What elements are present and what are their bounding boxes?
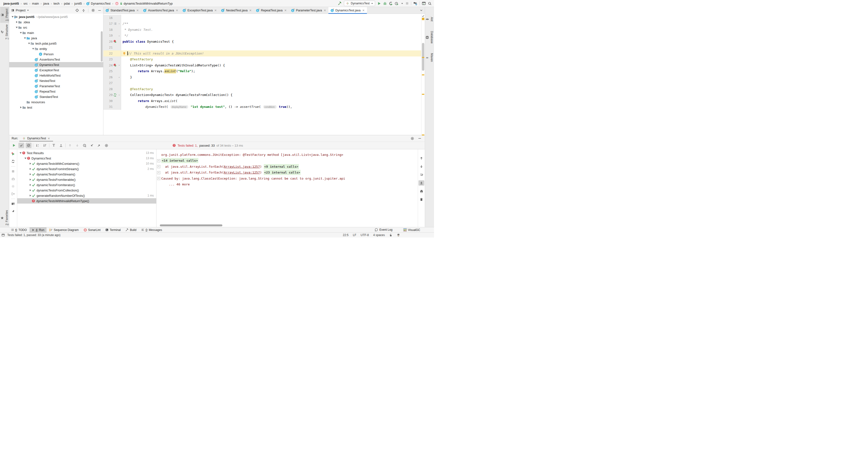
tree-item-test[interactable]: test: [9, 105, 103, 110]
tree-item-standardtest[interactable]: CStandardTest: [9, 94, 103, 99]
project-scrollbar-thumb[interactable]: [101, 31, 103, 62]
tree-item-java[interactable]: java: [9, 35, 103, 41]
close-icon[interactable]: ✕: [136, 9, 139, 12]
tree-item-java-junit5[interactable]: java-junit5~/pdai/www/java-junit5: [9, 14, 103, 20]
run-button[interactable]: [377, 2, 381, 5]
profiler-button[interactable]: [395, 2, 399, 5]
breadcrumb-item[interactable]: CDynamicsTest: [86, 2, 111, 5]
chevron-expanded-icon[interactable]: [11, 16, 14, 18]
test-node-dynamictestswithcontainers[interactable]: dynamicTestsWithContainers()10 ms: [17, 161, 156, 166]
toolwindow-tab-run[interactable]: 4: Run: [30, 227, 46, 232]
chevron-collapsed-icon[interactable]: [29, 162, 31, 165]
toolwindow-tab-build[interactable]: Build: [123, 227, 138, 232]
close-icon[interactable]: ✕: [284, 9, 287, 12]
run-anything-button[interactable]: [422, 1, 426, 5]
code-line-24[interactable]: 24▾ List<String> dynamicTestsWithInvalid…: [103, 62, 421, 68]
collapse-all-button[interactable]: [82, 9, 85, 12]
next-occurrence-button[interactable]: [418, 164, 424, 169]
expand-all-button[interactable]: [51, 143, 57, 148]
show-ignored-toggle[interactable]: [26, 143, 31, 148]
console-layout-button[interactable]: [10, 201, 16, 206]
soft-wrap-button[interactable]: [418, 172, 424, 177]
tree-item-main[interactable]: main: [9, 30, 103, 35]
rerun-button[interactable]: [11, 143, 17, 148]
editor-tab-nestedtest-java[interactable]: CNestedTest.java✕: [219, 7, 254, 13]
tree-item-helloworldtest[interactable]: CHelloWorldTest: [9, 73, 103, 78]
tool-stripe-favorites[interactable]: 2: Favorites: [0, 208, 9, 227]
chevron-collapsed-icon[interactable]: [29, 189, 31, 191]
import-tests-button[interactable]: [89, 143, 95, 148]
snapshot-camera-button[interactable]: [10, 176, 16, 181]
chevron-expanded-icon[interactable]: [16, 26, 18, 29]
fold-marker[interactable]: ▴: [118, 34, 121, 37]
chevron-down-icon[interactable]: [420, 9, 423, 12]
project-view-title[interactable]: Project: [16, 8, 25, 12]
tree-item-exceptiontest[interactable]: CExceptionTest: [9, 67, 103, 73]
tree-item-repeattest[interactable]: CRepeatTest: [9, 89, 103, 94]
marker-tick[interactable]: [422, 75, 424, 76]
editor-tab-standardtest-java[interactable]: CStandardTest.java✕: [103, 7, 141, 13]
test-node-dynamictestsfromiterable[interactable]: dynamicTestsFromIterable(): [17, 177, 156, 182]
code-line-20[interactable]: 20public class DynamicsTest {: [103, 38, 421, 44]
tree-item-tech.pdai.junit5[interactable]: tech.pdai.junit5: [9, 41, 103, 46]
run-configuration-select[interactable]: DynamicsTest: [344, 1, 375, 6]
breadcrumb-item[interactable]: java-junit5: [3, 2, 19, 5]
code-line-19[interactable]: 19▴ */: [103, 33, 421, 39]
hide-panel-button[interactable]: [418, 137, 422, 140]
tool-stripe-structure[interactable]: 7: Structure: [0, 23, 9, 41]
pin-tab-button[interactable]: [10, 209, 16, 214]
profiler-caret-icon[interactable]: [401, 2, 403, 5]
code-editor[interactable]: 1617▾/**18 * Dynamic Test.19▴ */20public…: [103, 14, 421, 135]
code-line-26[interactable]: 26▴ }: [103, 74, 421, 80]
close-icon[interactable]: ✕: [48, 137, 50, 140]
test-history-button[interactable]: [82, 143, 87, 148]
fold-marker[interactable]: ▴: [118, 76, 121, 78]
project-structure-button[interactable]: [413, 1, 417, 5]
tree-item-assertionstest[interactable]: CAssertionsTest: [9, 57, 103, 62]
close-icon[interactable]: ✕: [362, 9, 365, 12]
editor-tab-exceptiontest-java[interactable]: CExceptionTest.java✕: [180, 7, 219, 13]
code-line-25[interactable]: 25 return Arrays.asList("Hello");: [103, 68, 421, 75]
test-node-dynamictestsfromcollection[interactable]: dynamicTestsFromCollection(): [17, 187, 156, 193]
code-line-31[interactable]: 31 dynamicTest( displayName: "1st dynami…: [103, 104, 421, 110]
close-icon[interactable]: ✕: [324, 9, 326, 12]
editor-tab-dynamicstest-java[interactable]: CDynamicsTest.java✕: [329, 7, 367, 13]
breadcrumb-item[interactable]: pdai: [64, 2, 70, 5]
close-icon[interactable]: ✕: [249, 9, 252, 12]
breadcrumb-item[interactable]: java: [43, 2, 49, 5]
tool-stripe-maven[interactable]: mMaven: [425, 51, 434, 63]
hide-panel-button[interactable]: [98, 9, 101, 12]
code-line-28[interactable]: 28 @TestFactory: [103, 86, 421, 92]
code-line-21[interactable]: 21: [103, 44, 421, 51]
chevron-collapsed-icon[interactable]: [16, 21, 18, 23]
breadcrumb-item[interactable]: mdynamicTestsWithInvalidReturnTyp: [115, 2, 173, 5]
chevron-expanded-icon[interactable]: [28, 42, 30, 44]
console-hscrollbar-thumb[interactable]: [160, 225, 222, 226]
previous-failed-test-button[interactable]: [67, 143, 73, 148]
close-icon[interactable]: ✕: [214, 9, 217, 12]
test-node-generaterandomnumberoftests[interactable]: generateRandomNumberOfTests()1 ms: [17, 193, 156, 198]
lock-open-icon[interactable]: [389, 234, 392, 237]
exit-button[interactable]: [10, 191, 16, 197]
marker-tick[interactable]: [422, 57, 424, 58]
tree-item-nestedtest[interactable]: CNestedTest: [9, 78, 103, 83]
test-node-dynamictestsfromintstream[interactable]: dynamicTestsFromIntStream()2 ms: [17, 166, 156, 172]
editor-marker-bar[interactable]: [421, 14, 425, 135]
coverage-button[interactable]: [389, 2, 393, 5]
intention-bulb-icon[interactable]: [123, 52, 126, 55]
search-everywhere-button[interactable]: [428, 2, 432, 5]
code-line-23[interactable]: 23 @TestFactory: [103, 56, 421, 62]
toolwindow-tab-terminal[interactable]: Terminal: [103, 227, 123, 232]
collapse-all-button[interactable]: [58, 143, 64, 148]
caret-position[interactable]: 22:5: [343, 233, 348, 237]
hector-inspector-icon[interactable]: [397, 233, 400, 237]
toolwindow-tab-event-log[interactable]: Event Log: [372, 228, 395, 232]
code-line-17[interactable]: 17▾/**: [103, 21, 421, 27]
file-encoding[interactable]: UTF-8: [361, 233, 369, 237]
test-node-dynamicstest[interactable]: DynamicsTest13 ms: [17, 156, 156, 161]
code-line-27[interactable]: 27: [103, 80, 421, 86]
caret-down-icon[interactable]: [27, 9, 29, 11]
test-node-test results[interactable]: Test Results13 ms: [17, 150, 156, 156]
gutter-list-icon[interactable]: [114, 22, 117, 25]
debug-button[interactable]: [383, 2, 387, 5]
